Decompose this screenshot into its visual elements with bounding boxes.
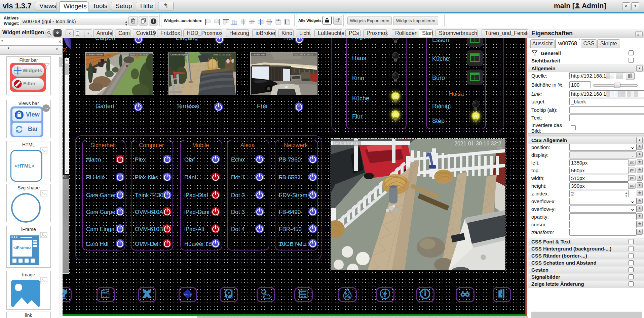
svg-text:Camera Garten: Camera Garten — [87, 53, 103, 56]
svg-text:Camera Frei: Camera Frei — [252, 53, 265, 56]
svg-text:F723: F723 — [497, 147, 502, 149]
svg-text:FRITZ!: FRITZ! — [184, 293, 192, 296]
svg-text:2021-01-30 16:32:2: 2021-01-30 16:32:2 — [454, 141, 501, 146]
svg-text:Camera Eingang: Camera Eingang — [170, 53, 188, 56]
svg-text:2021-01-30 16:32: 2021-01-30 16:32 — [130, 53, 148, 56]
svg-text:IP Camera: IP Camera — [334, 140, 358, 146]
svg-text:2021-01-30 16:32: 2021-01-30 16:32 — [213, 53, 231, 56]
svg-text:2021-01-30 16:32: 2021-01-30 16:32 — [294, 53, 313, 56]
